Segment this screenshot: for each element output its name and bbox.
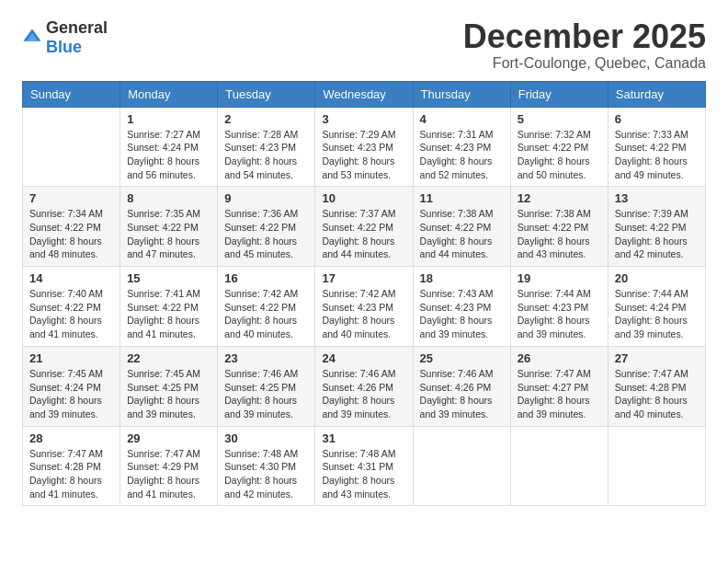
day-number: 28 bbox=[29, 431, 113, 445]
day-info: Sunrise: 7:47 AMSunset: 4:27 PMDaylight:… bbox=[518, 367, 601, 421]
day-number: 12 bbox=[518, 191, 601, 205]
day-number: 19 bbox=[518, 271, 601, 285]
day-info: Sunrise: 7:45 AMSunset: 4:24 PMDaylight:… bbox=[29, 367, 113, 421]
day-info: Sunrise: 7:36 AMSunset: 4:22 PMDaylight:… bbox=[224, 207, 308, 261]
day-info: Sunrise: 7:34 AMSunset: 4:22 PMDaylight:… bbox=[29, 207, 113, 261]
calendar-week-row: 14Sunrise: 7:40 AMSunset: 4:22 PMDayligh… bbox=[23, 267, 706, 347]
calendar-cell: 29Sunrise: 7:47 AMSunset: 4:29 PMDayligh… bbox=[120, 426, 218, 506]
day-info: Sunrise: 7:44 AMSunset: 4:23 PMDaylight:… bbox=[518, 287, 601, 341]
day-info: Sunrise: 7:33 AMSunset: 4:22 PMDaylight:… bbox=[615, 128, 699, 182]
calendar-cell: 12Sunrise: 7:38 AMSunset: 4:22 PMDayligh… bbox=[510, 187, 608, 267]
day-info: Sunrise: 7:28 AMSunset: 4:23 PMDaylight:… bbox=[224, 128, 308, 182]
month-title: December 2025 bbox=[463, 18, 706, 55]
calendar-cell: 9Sunrise: 7:36 AMSunset: 4:22 PMDaylight… bbox=[218, 187, 315, 267]
weekday-header-saturday: Saturday bbox=[608, 81, 705, 107]
day-info: Sunrise: 7:32 AMSunset: 4:22 PMDaylight:… bbox=[518, 128, 601, 182]
calendar-table: SundayMondayTuesdayWednesdayThursdayFrid… bbox=[22, 81, 706, 507]
calendar-cell: 1Sunrise: 7:27 AMSunset: 4:24 PMDaylight… bbox=[120, 107, 218, 187]
day-info: Sunrise: 7:42 AMSunset: 4:23 PMDaylight:… bbox=[322, 287, 405, 341]
calendar-week-row: 21Sunrise: 7:45 AMSunset: 4:24 PMDayligh… bbox=[23, 346, 706, 426]
day-info: Sunrise: 7:27 AMSunset: 4:24 PMDaylight:… bbox=[127, 128, 210, 182]
day-info: Sunrise: 7:40 AMSunset: 4:22 PMDaylight:… bbox=[29, 287, 113, 341]
day-info: Sunrise: 7:44 AMSunset: 4:24 PMDaylight:… bbox=[615, 287, 699, 341]
calendar-cell: 23Sunrise: 7:46 AMSunset: 4:25 PMDayligh… bbox=[218, 346, 315, 426]
day-number: 15 bbox=[127, 271, 210, 285]
calendar-cell: 24Sunrise: 7:46 AMSunset: 4:26 PMDayligh… bbox=[315, 346, 413, 426]
day-info: Sunrise: 7:46 AMSunset: 4:26 PMDaylight:… bbox=[322, 367, 405, 421]
day-info: Sunrise: 7:48 AMSunset: 4:30 PMDaylight:… bbox=[224, 447, 308, 501]
day-number: 7 bbox=[29, 191, 113, 205]
calendar-cell bbox=[413, 426, 510, 506]
day-info: Sunrise: 7:29 AMSunset: 4:23 PMDaylight:… bbox=[322, 128, 405, 182]
day-number: 8 bbox=[127, 191, 210, 205]
day-number: 1 bbox=[127, 112, 210, 126]
day-info: Sunrise: 7:35 AMSunset: 4:22 PMDaylight:… bbox=[127, 207, 210, 261]
day-number: 20 bbox=[615, 271, 699, 285]
calendar-cell: 8Sunrise: 7:35 AMSunset: 4:22 PMDaylight… bbox=[120, 187, 218, 267]
calendar-cell: 15Sunrise: 7:41 AMSunset: 4:22 PMDayligh… bbox=[120, 267, 218, 347]
day-info: Sunrise: 7:47 AMSunset: 4:28 PMDaylight:… bbox=[29, 447, 113, 501]
calendar-cell: 4Sunrise: 7:31 AMSunset: 4:23 PMDaylight… bbox=[413, 107, 510, 187]
weekday-header-thursday: Thursday bbox=[413, 81, 510, 107]
page-header: General Blue December 2025 Fort-Coulonge… bbox=[22, 18, 706, 72]
calendar-cell: 19Sunrise: 7:44 AMSunset: 4:23 PMDayligh… bbox=[510, 267, 608, 347]
calendar-cell: 22Sunrise: 7:45 AMSunset: 4:25 PMDayligh… bbox=[120, 346, 218, 426]
day-info: Sunrise: 7:42 AMSunset: 4:22 PMDaylight:… bbox=[224, 287, 308, 341]
weekday-header-sunday: Sunday bbox=[23, 81, 120, 107]
day-number: 17 bbox=[322, 271, 405, 285]
day-info: Sunrise: 7:41 AMSunset: 4:22 PMDaylight:… bbox=[127, 287, 210, 341]
day-number: 5 bbox=[518, 112, 601, 126]
day-number: 22 bbox=[127, 351, 210, 365]
day-number: 23 bbox=[224, 351, 308, 365]
title-area: December 2025 Fort-Coulonge, Quebec, Can… bbox=[463, 18, 706, 72]
calendar-cell: 31Sunrise: 7:48 AMSunset: 4:31 PMDayligh… bbox=[315, 426, 413, 506]
calendar-cell: 20Sunrise: 7:44 AMSunset: 4:24 PMDayligh… bbox=[608, 267, 705, 347]
calendar-cell bbox=[510, 426, 608, 506]
day-info: Sunrise: 7:37 AMSunset: 4:22 PMDaylight:… bbox=[322, 207, 405, 261]
day-number: 10 bbox=[322, 191, 405, 205]
location-title: Fort-Coulonge, Quebec, Canada bbox=[463, 55, 706, 72]
day-number: 14 bbox=[29, 271, 113, 285]
calendar-cell: 18Sunrise: 7:43 AMSunset: 4:23 PMDayligh… bbox=[413, 267, 510, 347]
day-info: Sunrise: 7:46 AMSunset: 4:26 PMDaylight:… bbox=[420, 367, 504, 421]
day-info: Sunrise: 7:45 AMSunset: 4:25 PMDaylight:… bbox=[127, 367, 210, 421]
day-number: 16 bbox=[224, 271, 308, 285]
calendar-cell: 14Sunrise: 7:40 AMSunset: 4:22 PMDayligh… bbox=[23, 267, 120, 347]
calendar-cell: 5Sunrise: 7:32 AMSunset: 4:22 PMDaylight… bbox=[510, 107, 608, 187]
logo-blue: Blue bbox=[46, 38, 82, 56]
weekday-header-friday: Friday bbox=[510, 81, 608, 107]
day-number: 13 bbox=[615, 191, 699, 205]
calendar-cell bbox=[23, 107, 120, 187]
calendar-cell: 28Sunrise: 7:47 AMSunset: 4:28 PMDayligh… bbox=[23, 426, 120, 506]
calendar-cell: 26Sunrise: 7:47 AMSunset: 4:27 PMDayligh… bbox=[510, 346, 608, 426]
day-info: Sunrise: 7:38 AMSunset: 4:22 PMDaylight:… bbox=[420, 207, 504, 261]
day-number: 11 bbox=[420, 191, 504, 205]
calendar-cell: 2Sunrise: 7:28 AMSunset: 4:23 PMDaylight… bbox=[218, 107, 315, 187]
day-number: 26 bbox=[518, 351, 601, 365]
logo: General Blue bbox=[22, 18, 108, 57]
calendar-cell: 11Sunrise: 7:38 AMSunset: 4:22 PMDayligh… bbox=[413, 187, 510, 267]
calendar-cell: 27Sunrise: 7:47 AMSunset: 4:28 PMDayligh… bbox=[608, 346, 705, 426]
calendar-cell: 17Sunrise: 7:42 AMSunset: 4:23 PMDayligh… bbox=[315, 267, 413, 347]
day-number: 9 bbox=[224, 191, 308, 205]
calendar-week-row: 1Sunrise: 7:27 AMSunset: 4:24 PMDaylight… bbox=[23, 107, 706, 187]
calendar-week-row: 7Sunrise: 7:34 AMSunset: 4:22 PMDaylight… bbox=[23, 187, 706, 267]
calendar-cell: 16Sunrise: 7:42 AMSunset: 4:22 PMDayligh… bbox=[218, 267, 315, 347]
day-number: 31 bbox=[322, 431, 405, 445]
day-number: 24 bbox=[322, 351, 405, 365]
day-info: Sunrise: 7:46 AMSunset: 4:25 PMDaylight:… bbox=[224, 367, 308, 421]
day-info: Sunrise: 7:43 AMSunset: 4:23 PMDaylight:… bbox=[420, 287, 504, 341]
calendar-cell: 13Sunrise: 7:39 AMSunset: 4:22 PMDayligh… bbox=[608, 187, 705, 267]
calendar-cell: 6Sunrise: 7:33 AMSunset: 4:22 PMDaylight… bbox=[608, 107, 705, 187]
day-info: Sunrise: 7:38 AMSunset: 4:22 PMDaylight:… bbox=[518, 207, 601, 261]
calendar-header-row: SundayMondayTuesdayWednesdayThursdayFrid… bbox=[23, 81, 706, 107]
day-number: 4 bbox=[420, 112, 504, 126]
day-number: 6 bbox=[615, 112, 699, 126]
day-number: 3 bbox=[322, 112, 405, 126]
calendar-cell: 10Sunrise: 7:37 AMSunset: 4:22 PMDayligh… bbox=[315, 187, 413, 267]
calendar-cell: 21Sunrise: 7:45 AMSunset: 4:24 PMDayligh… bbox=[23, 346, 120, 426]
calendar-cell: 30Sunrise: 7:48 AMSunset: 4:30 PMDayligh… bbox=[218, 426, 315, 506]
weekday-header-monday: Monday bbox=[120, 81, 218, 107]
day-number: 27 bbox=[615, 351, 699, 365]
calendar-cell: 3Sunrise: 7:29 AMSunset: 4:23 PMDaylight… bbox=[315, 107, 413, 187]
